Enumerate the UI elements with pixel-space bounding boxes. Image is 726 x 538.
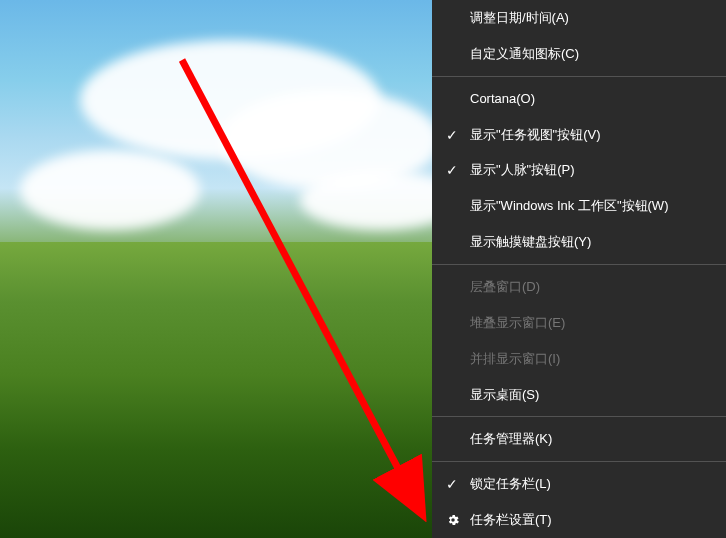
menu-label: 锁定任务栏(L) bbox=[470, 475, 726, 493]
menu-item-customize-notification-icons[interactable]: 自定义通知图标(C) bbox=[432, 36, 726, 72]
taskbar-context-menu: 调整日期/时间(A) 自定义通知图标(C) Cortana(O) ✓ 显示"任务… bbox=[432, 0, 726, 538]
menu-item-cascade-windows: 层叠窗口(D) bbox=[432, 269, 726, 305]
cloud-shape bbox=[300, 170, 432, 230]
menu-separator bbox=[432, 416, 726, 417]
menu-label: 显示"人脉"按钮(P) bbox=[470, 161, 726, 179]
check-icon: ✓ bbox=[446, 476, 470, 492]
menu-label: 显示"Windows Ink 工作区"按钮(W) bbox=[470, 197, 726, 215]
gear-icon bbox=[446, 513, 470, 527]
menu-label: 自定义通知图标(C) bbox=[470, 45, 726, 63]
desktop-wallpaper bbox=[0, 0, 432, 538]
menu-item-show-desktop[interactable]: 显示桌面(S) bbox=[432, 377, 726, 413]
menu-item-task-manager[interactable]: 任务管理器(K) bbox=[432, 421, 726, 457]
menu-label: 任务栏设置(T) bbox=[470, 511, 726, 529]
check-icon: ✓ bbox=[446, 162, 470, 178]
menu-item-show-task-view[interactable]: ✓ 显示"任务视图"按钮(V) bbox=[432, 117, 726, 153]
check-icon: ✓ bbox=[446, 127, 470, 143]
menu-item-adjust-datetime[interactable]: 调整日期/时间(A) bbox=[432, 0, 726, 36]
menu-label: 调整日期/时间(A) bbox=[470, 9, 726, 27]
menu-label: Cortana(O) bbox=[470, 91, 726, 106]
menu-item-lock-taskbar[interactable]: ✓ 锁定任务栏(L) bbox=[432, 466, 726, 502]
menu-item-stack-windows: 堆叠显示窗口(E) bbox=[432, 305, 726, 341]
menu-item-taskbar-settings[interactable]: 任务栏设置(T) bbox=[432, 502, 726, 538]
menu-label: 显示桌面(S) bbox=[470, 386, 726, 404]
grass-area bbox=[0, 242, 432, 538]
menu-separator bbox=[432, 264, 726, 265]
menu-item-side-by-side: 并排显示窗口(I) bbox=[432, 341, 726, 377]
menu-label: 任务管理器(K) bbox=[470, 430, 726, 448]
menu-item-show-touch-keyboard[interactable]: 显示触摸键盘按钮(Y) bbox=[432, 224, 726, 260]
menu-label: 并排显示窗口(I) bbox=[470, 350, 726, 368]
menu-label: 层叠窗口(D) bbox=[470, 278, 726, 296]
menu-separator bbox=[432, 461, 726, 462]
menu-item-cortana[interactable]: Cortana(O) bbox=[432, 81, 726, 117]
menu-label: 堆叠显示窗口(E) bbox=[470, 314, 726, 332]
cloud-shape bbox=[20, 150, 200, 230]
menu-label: 显示触摸键盘按钮(Y) bbox=[470, 233, 726, 251]
menu-label: 显示"任务视图"按钮(V) bbox=[470, 126, 726, 144]
menu-separator bbox=[432, 76, 726, 77]
menu-item-show-windows-ink[interactable]: 显示"Windows Ink 工作区"按钮(W) bbox=[432, 188, 726, 224]
menu-item-show-people[interactable]: ✓ 显示"人脉"按钮(P) bbox=[432, 152, 726, 188]
